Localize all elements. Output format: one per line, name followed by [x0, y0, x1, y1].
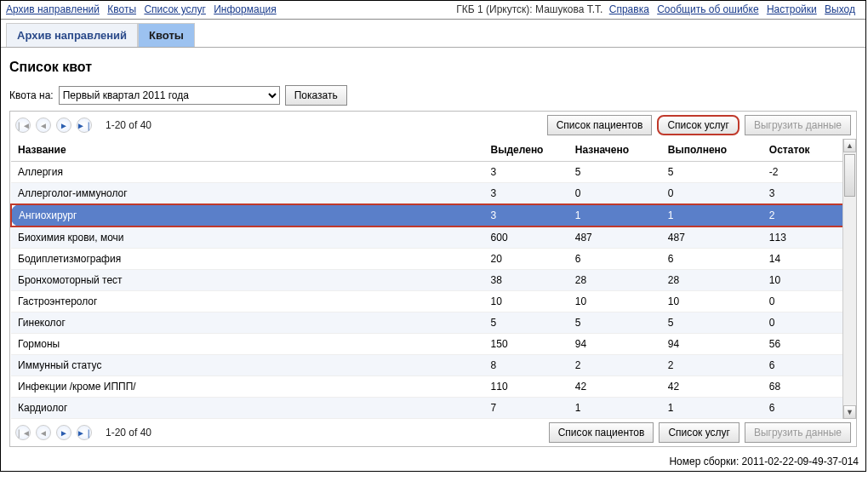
services-list-button[interactable]: Список услуг — [657, 115, 740, 135]
top-nav: Архив направлений Квоты Список услуг Инф… — [1, 1, 865, 20]
toolbar-bottom: ❘◄ ◄ ► ►❘ 1-20 of 40 Список пациентов Сп… — [10, 419, 856, 446]
nav-archive[interactable]: Архив направлений — [6, 3, 100, 15]
tab-quotas[interactable]: Квоты — [138, 23, 195, 47]
cell-name: Гастроэнтеролог — [11, 291, 484, 312]
top-nav-right: ГКБ 1 (Иркутск): Машукова Т.Т. Справка С… — [456, 3, 860, 19]
cell-name: Биохимия крови, мочи — [11, 226, 484, 249]
export-button[interactable]: Выгрузить данные — [745, 422, 851, 443]
cell-name: Ангиохирург — [11, 204, 484, 226]
table-row[interactable]: Бронхомоторный тест38282810 — [11, 270, 855, 291]
pager-top: ❘◄ ◄ ► ►❘ 1-20 of 40 — [15, 118, 151, 133]
cell-assigned: 5 — [568, 312, 661, 334]
cell-done: 1 — [661, 204, 762, 226]
scroll-up-icon[interactable]: ▲ — [843, 139, 856, 152]
cell-allocated: 3 — [484, 204, 568, 226]
services-list-button[interactable]: Список услуг — [659, 422, 740, 443]
main-content: Список квот Квота на: Первый квартал 201… — [1, 48, 865, 452]
grid-panel: ❘◄ ◄ ► ►❘ 1-20 of 40 Список пациентов Сп… — [9, 111, 857, 447]
cell-assigned: 10 — [568, 291, 661, 312]
table-row[interactable]: Ангиохирург3112 — [11, 204, 855, 226]
col-assigned[interactable]: Назначено — [568, 139, 661, 162]
cell-allocated: 38 — [484, 270, 568, 291]
cell-name: Кардиолог — [11, 398, 484, 419]
vertical-scrollbar[interactable]: ▲ ▼ — [842, 139, 856, 419]
cell-done: 1 — [661, 398, 762, 419]
cell-assigned: 2 — [568, 355, 661, 376]
cell-assigned: 42 — [568, 376, 661, 398]
cell-rest: 0 — [762, 291, 855, 312]
patients-list-button[interactable]: Список пациентов — [549, 422, 654, 443]
col-allocated[interactable]: Выделено — [484, 139, 568, 162]
table-row[interactable]: Кардиолог7116 — [11, 398, 855, 419]
cell-assigned: 1 — [568, 204, 661, 226]
cell-assigned: 1 — [568, 398, 661, 419]
export-button[interactable]: Выгрузить данные — [745, 115, 851, 135]
cell-rest: -2 — [762, 162, 855, 183]
cell-done: 5 — [661, 162, 762, 183]
scroll-thumb[interactable] — [844, 154, 855, 197]
cell-done: 6 — [661, 249, 762, 270]
cell-rest: 6 — [762, 355, 855, 376]
patients-list-button[interactable]: Список пациентов — [547, 115, 653, 135]
cell-rest: 14 — [762, 249, 855, 270]
build-label: Номер сборки: — [669, 456, 739, 467]
table-row[interactable]: Бодиплетизмография206614 — [11, 249, 855, 270]
cell-allocated: 7 — [484, 398, 568, 419]
nav-settings[interactable]: Настройки — [767, 3, 817, 15]
build-value: 2011-02-22-09-49-37-014 — [742, 456, 859, 467]
pager-next-icon[interactable]: ► — [56, 425, 71, 440]
tab-archive[interactable]: Архив направлений — [6, 23, 138, 47]
top-nav-left: Архив направлений Квоты Список услуг Инф… — [6, 3, 282, 19]
tabs: Архив направлений Квоты — [1, 20, 865, 48]
pager-prev-icon[interactable]: ◄ — [36, 118, 51, 133]
quota-table: Название Выделено Назначено Выполнено Ос… — [10, 139, 856, 419]
pager-prev-icon[interactable]: ◄ — [36, 425, 51, 440]
cell-name: Бодиплетизмография — [11, 249, 484, 270]
table-row[interactable]: Гормоны150949456 — [11, 334, 855, 355]
period-select[interactable]: Первый квартал 2011 года — [59, 86, 280, 105]
nav-quotas[interactable]: Квоты — [107, 3, 136, 15]
nav-services[interactable]: Список услуг — [144, 3, 206, 15]
table-row[interactable]: Биохимия крови, мочи600487487113 — [11, 226, 855, 249]
nav-logout[interactable]: Выход — [825, 3, 855, 15]
pager-last-icon[interactable]: ►❘ — [77, 118, 92, 133]
col-rest[interactable]: Остаток — [762, 139, 855, 162]
toolbar-top: ❘◄ ◄ ► ►❘ 1-20 of 40 Список пациентов Сп… — [10, 112, 856, 139]
cell-assigned: 94 — [568, 334, 661, 355]
cell-allocated: 3 — [484, 162, 568, 183]
table-row[interactable]: Гастроэнтеролог1010100 — [11, 291, 855, 312]
pager-first-icon[interactable]: ❘◄ — [15, 425, 31, 440]
nav-info[interactable]: Информация — [214, 3, 276, 15]
cell-allocated: 10 — [484, 291, 568, 312]
col-name[interactable]: Название — [11, 139, 484, 162]
cell-rest: 6 — [762, 398, 855, 419]
grid-body: Название Выделено Назначено Выполнено Ос… — [10, 139, 856, 419]
filter-row: Квота на: Первый квартал 2011 года Показ… — [9, 85, 857, 106]
footer: Номер сборки: 2011-02-22-09-49-37-014 — [1, 452, 865, 471]
cell-allocated: 5 — [484, 312, 568, 334]
cell-done: 42 — [661, 376, 762, 398]
pager-next-icon[interactable]: ► — [56, 118, 71, 133]
table-row[interactable]: Гинеколог5550 — [11, 312, 855, 334]
cell-allocated: 8 — [484, 355, 568, 376]
table-row[interactable]: Инфекции /кроме ИППП/110424268 — [11, 376, 855, 398]
col-done[interactable]: Выполнено — [661, 139, 762, 162]
pager-first-icon[interactable]: ❘◄ — [15, 118, 31, 133]
cell-done: 5 — [661, 312, 762, 334]
nav-help[interactable]: Справка — [609, 3, 649, 15]
cell-rest: 10 — [762, 270, 855, 291]
cell-name: Инфекции /кроме ИППП/ — [11, 376, 484, 398]
pager-last-icon[interactable]: ►❘ — [77, 425, 92, 440]
table-row[interactable]: Аллерголог-иммунолог3003 — [11, 183, 855, 205]
show-button[interactable]: Показать — [285, 85, 347, 106]
cell-assigned: 28 — [568, 270, 661, 291]
app-window: Архив направлений Квоты Список услуг Инф… — [0, 0, 866, 472]
cell-assigned: 0 — [568, 183, 661, 205]
pager-info: 1-20 of 40 — [106, 119, 151, 131]
table-row[interactable]: Аллергия355-2 — [11, 162, 855, 183]
cell-allocated: 600 — [484, 226, 568, 249]
filter-label: Квота на: — [9, 89, 54, 101]
table-row[interactable]: Иммунный статус8226 — [11, 355, 855, 376]
nav-report-bug[interactable]: Сообщить об ошибке — [657, 3, 758, 15]
scroll-down-icon[interactable]: ▼ — [843, 405, 856, 419]
